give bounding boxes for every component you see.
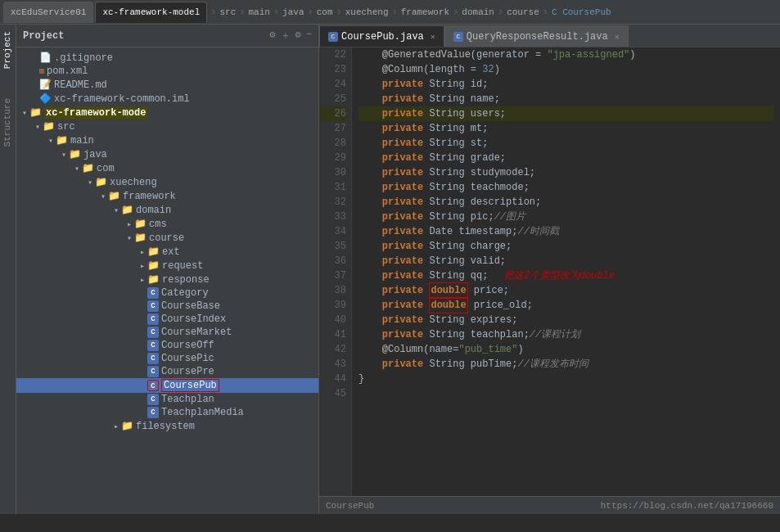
item-label: src xyxy=(57,121,75,133)
gear-icon[interactable]: ⚙ xyxy=(269,29,275,43)
code-line-35: private String charge; xyxy=(358,239,773,254)
tree-item-pom[interactable]: m pom.xml xyxy=(16,65,318,78)
item-label: request xyxy=(162,260,203,272)
tree-item-TeachplanMedia[interactable]: C TeachplanMedia xyxy=(16,406,318,419)
expand-icon: ▾ xyxy=(20,108,29,118)
tree-item-request[interactable]: ▸ 📁 request xyxy=(16,259,318,273)
tree-item-main[interactable]: ▾ 📁 main xyxy=(16,133,318,147)
code-line-41: private String teachplan;//课程计划 xyxy=(358,327,773,342)
class-icon: C xyxy=(147,327,159,338)
class-icon-small: C xyxy=(453,32,463,42)
code-line-40: private String expires; xyxy=(358,313,773,327)
tree-item-CoursePic[interactable]: C CoursePic xyxy=(16,352,318,365)
editor-panel: C CoursePub.java ✕ C QueryResponseResult… xyxy=(319,25,780,514)
tab-xcEduService01[interactable]: xcEduService01 xyxy=(3,2,93,23)
editor-tab-QueryResponseResult[interactable]: C QueryResponseResult.java ✕ xyxy=(444,25,629,47)
expand-icon: ▾ xyxy=(124,233,134,243)
tree-item-Category[interactable]: C Category xyxy=(16,286,318,300)
main-layout: Project Structure Project ⚙ ＋ ⚙ − 📄 .git… xyxy=(0,25,780,514)
folder-icon: 📁 xyxy=(56,134,68,147)
tree-item-domain[interactable]: ▾ 📁 domain xyxy=(16,203,318,217)
expand-icon: ▾ xyxy=(85,178,95,187)
tree-item-gitignore[interactable]: 📄 .gitignore xyxy=(16,51,318,65)
code-area: @GeneratedValue(generator = "jpa-assigne… xyxy=(352,47,780,496)
collapse-icon[interactable]: − xyxy=(306,29,312,43)
item-label: CourseBase xyxy=(161,300,220,312)
tree-item-cms[interactable]: ▸ 📁 cms xyxy=(16,217,318,231)
callout-text-37: 把这2个类型改为double xyxy=(504,268,614,283)
code-line-44: } xyxy=(358,372,773,386)
sidebar-header: Project ⚙ ＋ ⚙ − xyxy=(16,25,318,47)
tab-label: QueryResponseResult.java xyxy=(467,31,608,43)
expand-icon: ▾ xyxy=(72,164,82,174)
class-icon: C xyxy=(147,353,159,364)
tree-item-ext[interactable]: ▸ 📁 ext xyxy=(16,245,318,259)
tree-item-CoursePub[interactable]: C CoursePub xyxy=(16,378,318,393)
folder-icon: 📁 xyxy=(121,204,133,216)
tree-item-CourseOff[interactable]: C CourseOff xyxy=(16,339,318,352)
breadcrumb-bar: xcEduService01 xc-framework-model › src … xyxy=(0,0,780,25)
file-tree: 📄 .gitignore m pom.xml 📝 README.md xyxy=(16,47,318,514)
tree-item-framework[interactable]: ▾ 📁 framework xyxy=(16,189,318,203)
config-icon[interactable]: ⚙ xyxy=(295,29,301,43)
item-label: com xyxy=(97,163,115,174)
folder-icon: 📁 xyxy=(147,246,160,258)
structure-tab[interactable]: Structure xyxy=(0,92,16,153)
editor-tab-CoursePub[interactable]: C CoursePub.java ✕ xyxy=(319,25,444,47)
item-label: CourseOff xyxy=(161,340,214,351)
tree-item-CourseIndex[interactable]: C CourseIndex xyxy=(16,313,318,326)
tree-item-CourseMarket[interactable]: C CourseMarket xyxy=(16,326,318,339)
code-line-25: private String name; xyxy=(358,92,773,106)
code-line-33: private String pic;//图片 xyxy=(358,210,773,224)
code-line-27: private String mt; xyxy=(358,121,773,136)
code-line-22: @GeneratedValue(generator = "jpa-assigne… xyxy=(358,47,773,62)
item-label: course xyxy=(149,232,184,244)
plus-icon[interactable]: ＋ xyxy=(281,29,291,43)
folder-icon: 📁 xyxy=(134,232,147,244)
tree-item-xcframework[interactable]: ▾ 📁 xc-framework-mode xyxy=(16,106,318,119)
tree-item-xuecheng[interactable]: ▾ 📁 xuecheng xyxy=(16,175,318,189)
item-label: domain xyxy=(136,205,171,216)
folder-icon: 📁 xyxy=(43,120,55,133)
tree-item-CoursePre[interactable]: C CoursePre xyxy=(16,365,318,378)
close-icon[interactable]: ✕ xyxy=(615,32,620,42)
tab-label: xc-framework-model xyxy=(102,7,200,17)
class-icon: C xyxy=(147,313,159,325)
tree-item-java[interactable]: ▾ 📁 java xyxy=(16,147,318,161)
class-icon: C xyxy=(147,366,159,377)
md-icon: 📝 xyxy=(39,79,52,91)
expand-icon: ▾ xyxy=(98,192,108,201)
line-numbers: 22 23 24 25 26 27 28 29 30 31 32 33 34 3… xyxy=(319,47,352,496)
tree-item-filesystem[interactable]: ▸ 📁 filesystem xyxy=(16,419,318,433)
item-label: java xyxy=(83,149,107,160)
tree-item-com[interactable]: ▾ 📁 com xyxy=(16,161,318,175)
sidebar: Project ⚙ ＋ ⚙ − 📄 .gitignore m pom.xml xyxy=(16,25,319,514)
item-label: Teachplan xyxy=(161,394,214,405)
item-label: CoursePic xyxy=(161,353,214,364)
tree-item-response[interactable]: ▸ 📁 response xyxy=(16,273,318,286)
expand-icon: ▸ xyxy=(124,219,134,229)
code-line-34: private Date timestamp;//时间戳 xyxy=(358,224,773,239)
tree-item-iml[interactable]: 🔷 xc-framework-common.iml xyxy=(16,92,318,106)
class-icon: C xyxy=(147,394,159,405)
project-tab[interactable]: Project xyxy=(0,25,16,75)
expand-icon: ▸ xyxy=(138,261,147,271)
item-label: CoursePub xyxy=(161,379,219,392)
tree-item-Teachplan[interactable]: C Teachplan xyxy=(16,393,318,406)
code-line-29: private String grade; xyxy=(358,151,773,165)
tree-item-readme[interactable]: 📝 README.md xyxy=(16,78,318,92)
file-icon: 📄 xyxy=(39,52,52,64)
code-line-26: private String users; xyxy=(358,106,773,121)
close-icon[interactable]: ✕ xyxy=(431,32,435,42)
class-icon: C xyxy=(147,340,159,351)
tree-item-course[interactable]: ▾ 📁 course xyxy=(16,231,318,245)
tree-item-src[interactable]: ▾ 📁 src xyxy=(16,119,318,133)
item-label: xc-framework-mode xyxy=(44,107,147,119)
iml-icon: 🔷 xyxy=(39,92,52,105)
expand-icon: ▾ xyxy=(46,136,56,146)
tree-item-CourseBase[interactable]: C CourseBase xyxy=(16,300,318,313)
editor-content: 22 23 24 25 26 27 28 29 30 31 32 33 34 3… xyxy=(319,47,780,496)
tab-xcframework-model[interactable]: xc-framework-model xyxy=(95,2,207,23)
item-label: pom.xml xyxy=(47,65,88,77)
item-label: Category xyxy=(161,287,209,299)
